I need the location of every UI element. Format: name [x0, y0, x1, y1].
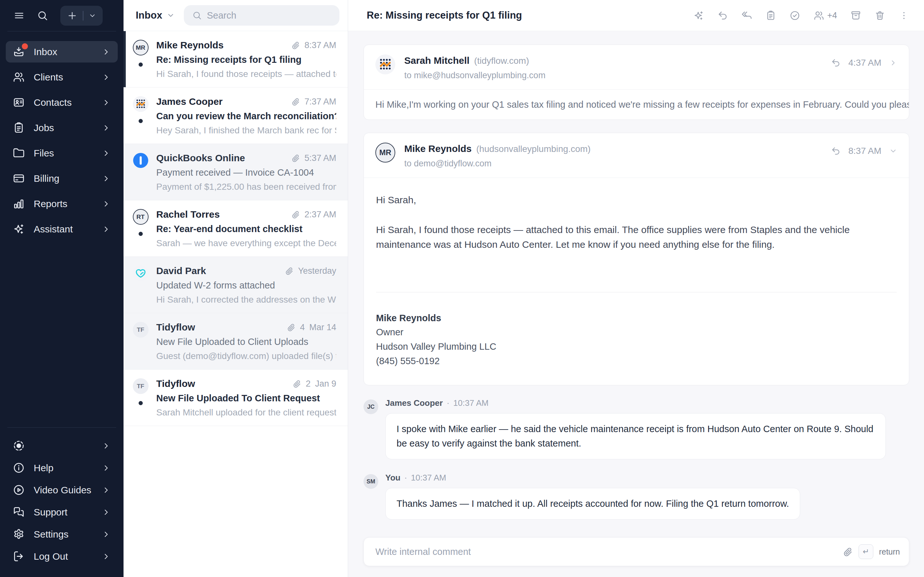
thread-actions: +4: [693, 10, 909, 21]
sparkles-icon: [13, 223, 25, 235]
avatar-initials: MR: [375, 143, 395, 163]
attachment-icon: [291, 41, 300, 50]
unread-badge: [22, 43, 28, 49]
unread-dot: [139, 63, 143, 67]
sidebar-item-reports[interactable]: Reports: [6, 193, 118, 214]
sidebar-item-settings[interactable]: Settings: [6, 524, 118, 544]
sidebar-item-help[interactable]: Help: [6, 458, 118, 478]
sidebar-item-contacts[interactable]: Contacts: [6, 92, 118, 113]
email-sender: James Cooper: [156, 96, 223, 107]
reply-icon[interactable]: [831, 146, 841, 156]
comment-list: JC James Cooper · 10:37 AM I spoke with …: [363, 398, 909, 520]
email-subject: Can you review the March reconciliation?: [156, 111, 336, 121]
email-preview: Guest (demo@tidyflow.com) uploaded file(…: [156, 351, 336, 361]
sidebar-search-button[interactable]: [37, 10, 48, 21]
thread-body: Sarah Mitchell (tidyflow.com) to mike@hu…: [348, 31, 924, 577]
sidebar-item-focus[interactable]: [6, 436, 118, 456]
reply-icon[interactable]: [717, 10, 728, 21]
body-greeting: Hi Sarah,: [376, 193, 897, 208]
search-box[interactable]: [184, 5, 339, 26]
email-time: 8:37 AM: [304, 40, 336, 50]
email-time: 7:37 AM: [304, 97, 336, 107]
reply-all-icon[interactable]: [741, 10, 752, 21]
sidebar-item-clients[interactable]: Clients: [6, 66, 118, 88]
assignees-button[interactable]: +4: [814, 10, 837, 21]
chevron-down-icon[interactable]: [889, 147, 897, 155]
email-preview: Hi Sarah, I corrected the addresses on t…: [156, 295, 336, 305]
chevron-down-icon[interactable]: [89, 12, 96, 19]
archive-icon[interactable]: [851, 10, 861, 21]
email-list-item[interactable]: TF Tidyflow 4 Mar 14 New File Uploaded t…: [124, 313, 348, 370]
message-time: 4:37 AM: [848, 58, 881, 68]
comment-input[interactable]: [375, 546, 843, 557]
attach-icon[interactable]: [843, 547, 853, 557]
menu-button[interactable]: [13, 10, 25, 21]
email-subject: Updated W-2 forms attached: [156, 280, 336, 291]
email-list-header: Inbox: [124, 0, 348, 31]
email-sender: Rachel Torres: [156, 209, 220, 220]
email-subject: New File Uploaded To Client Request: [156, 393, 336, 404]
contact-icon: [13, 97, 25, 108]
message-snippet: Hi Mike,I'm working on your Q1 sales tax…: [364, 90, 909, 119]
message-card-collapsed[interactable]: Sarah Mitchell (tidyflow.com) to mike@hu…: [363, 45, 909, 120]
sidebar-item-label: Settings: [34, 529, 68, 540]
email-subject: Payment received — Invoice CA-1004: [156, 167, 336, 178]
chevron-right-icon: [102, 73, 111, 82]
chevron-right-icon: [102, 464, 111, 472]
email-list-pane: Inbox MR Mike Reynolds 8:37 AM Re: Missi…: [124, 0, 348, 577]
sidebar-item-label: Files: [34, 148, 54, 159]
logout-icon: [13, 550, 25, 562]
more-options-icon[interactable]: [899, 10, 909, 21]
message-recipient: to mike@hudsonvalleyplumbing.com: [404, 71, 545, 81]
comment: SM You · 10:37 AM Thanks James — I match…: [363, 473, 909, 520]
search-icon: [37, 10, 48, 21]
comment: JC James Cooper · 10:37 AM I spoke with …: [363, 398, 909, 459]
logo-tidyflow-icon: [375, 55, 395, 74]
sidebar-item-assistant[interactable]: Assistant: [6, 218, 118, 240]
sidebar-item-label: Assistant: [34, 224, 73, 235]
email-subject: Re: Year-end document checklist: [156, 224, 336, 234]
email-list-item[interactable]: David Park Yesterday Updated W-2 forms a…: [124, 257, 348, 313]
email-list-item[interactable]: MR Mike Reynolds 8:37 AM Re: Missing rec…: [124, 31, 348, 87]
compose-button[interactable]: [60, 6, 103, 26]
sidebar-item-billing[interactable]: Billing: [6, 168, 118, 189]
sidebar-item-inbox[interactable]: Inbox: [6, 41, 118, 63]
chevron-right-icon: [102, 47, 111, 56]
folder-label: Inbox: [136, 10, 162, 21]
sidebar-item-support[interactable]: Support: [6, 502, 118, 522]
folder-dropdown[interactable]: Inbox: [136, 10, 175, 21]
assignees-extra-count: +4: [827, 11, 837, 21]
comment-time: 10:37 AM: [453, 398, 489, 408]
sidebar-nav: Inbox Clients Contacts Jobs Files: [0, 31, 124, 250]
chevron-right-icon[interactable]: [889, 59, 897, 67]
sidebar-item-label: Support: [34, 507, 67, 518]
email-list-item[interactable]: QuickBooks Online 5:37 AM Payment receiv…: [124, 144, 348, 200]
reply-icon[interactable]: [831, 58, 841, 68]
sidebar-item-label: Video Guides: [34, 485, 91, 496]
ai-assist-icon[interactable]: [693, 10, 704, 21]
sidebar-item-files[interactable]: Files: [6, 142, 118, 164]
email-sender: QuickBooks Online: [156, 153, 245, 163]
avatar-initials: MR: [133, 40, 149, 55]
message-sender-domain: (hudsonvalleyplumbing.com): [477, 144, 591, 154]
search-input[interactable]: [207, 10, 331, 21]
sidebar-header: [0, 0, 124, 31]
create-task-icon[interactable]: [766, 10, 776, 21]
unread-dot: [139, 232, 143, 236]
trash-icon[interactable]: [875, 10, 885, 21]
menu-icon: [13, 10, 25, 21]
email-list-item[interactable]: James Cooper 7:37 AM Can you review the …: [124, 87, 348, 144]
sidebar-item-jobs[interactable]: Jobs: [6, 117, 118, 139]
email-list-item[interactable]: TF Tidyflow 2 Jan 9 New File Uploaded To…: [124, 370, 348, 426]
sidebar-item-label: Contacts: [34, 97, 71, 108]
email-sender: David Park: [156, 266, 206, 276]
mark-done-icon[interactable]: [790, 10, 800, 21]
email-list-item[interactable]: RT Rachel Torres 2:37 AM Re: Year-end do…: [124, 200, 348, 257]
sidebar-item-video-guides[interactable]: Video Guides: [6, 480, 118, 500]
sidebar-item-log-out[interactable]: Log Out: [6, 546, 118, 566]
comment-composer[interactable]: ↵ return: [363, 537, 909, 566]
compose-button-divider: [83, 11, 83, 21]
chevron-down-icon: [166, 11, 175, 19]
comment-time: 10:37 AM: [411, 473, 446, 483]
chevron-right-icon: [102, 225, 111, 234]
